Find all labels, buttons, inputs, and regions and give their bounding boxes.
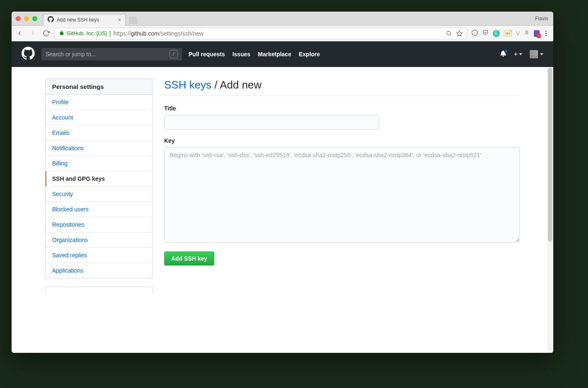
vue-extension-icon[interactable]: V — [516, 30, 520, 37]
grammarly-icon[interactable]: G — [493, 30, 500, 37]
caret-down-icon — [540, 53, 543, 55]
close-tab-button[interactable]: × — [118, 17, 121, 23]
settings-sidebar: Personal settings Profile Account Emails… — [45, 79, 153, 292]
nav-issues[interactable]: Issues — [232, 51, 251, 57]
star-icon[interactable] — [456, 30, 463, 37]
back-button[interactable] — [15, 29, 24, 38]
sidebar-item-profile[interactable]: Profile — [45, 95, 152, 110]
sidebar-item-account[interactable]: Account — [45, 110, 152, 125]
user-menu-dropdown[interactable] — [530, 50, 543, 58]
settings-menu: Personal settings Profile Account Emails… — [45, 79, 153, 278]
github-header: / Pull requests Issues Marketplace Explo… — [12, 41, 553, 67]
window-controls — [16, 16, 37, 21]
settings-menu-secondary — [45, 287, 153, 292]
sidebar-item-saved-replies[interactable]: Saved replies — [45, 248, 152, 263]
create-new-dropdown[interactable]: + — [514, 50, 522, 58]
url-separator: | — [110, 30, 111, 37]
sidebar-item-security[interactable]: Security — [45, 187, 152, 202]
info-icon[interactable] — [471, 29, 478, 38]
key-label: Key — [164, 137, 520, 144]
sidebar-item-ssh-gpg: SSH and GPG keys — [45, 171, 152, 187]
browser-window: Add new SSH keys × Flavio GitHub, Inc. [… — [12, 12, 553, 353]
tab-title: Add new SSH keys — [57, 17, 115, 23]
sidebar-item-billing[interactable]: Billing — [45, 156, 152, 171]
nav-explore[interactable]: Explore — [299, 51, 320, 57]
title-input[interactable] — [164, 115, 379, 130]
svg-point-0 — [447, 31, 450, 35]
page-title: SSH keys / Add new — [164, 79, 520, 96]
tab-strip: Add new SSH keys × Flavio — [12, 12, 553, 26]
sidebar-item-blocked[interactable]: Blocked users — [45, 202, 152, 217]
url-text: https://github.com/settings/ssh/new — [113, 30, 203, 37]
bookmark-extension-icon[interactable] — [524, 29, 530, 38]
pocket-icon[interactable] — [482, 29, 489, 38]
github-favicon-icon — [48, 16, 54, 24]
sidebar-item-notifications[interactable]: Notifications — [45, 141, 152, 156]
css-extension-icon[interactable]: css✎ — [504, 31, 512, 36]
cert-company: GitHub, Inc. [US] — [67, 30, 107, 36]
zoom-icon[interactable] — [446, 30, 452, 36]
breadcrumb-current: Add new — [220, 79, 261, 91]
reload-button[interactable] — [41, 29, 50, 38]
menu-header: Personal settings — [45, 79, 152, 95]
title-label: Title — [164, 105, 520, 112]
breadcrumb-separator: / — [211, 79, 220, 91]
nav-pull-requests[interactable]: Pull requests — [189, 51, 225, 57]
forward-button[interactable] — [28, 29, 37, 38]
browser-toolbar: GitHub, Inc. [US] | https://github.com/s… — [12, 26, 553, 41]
address-bar-actions — [446, 30, 463, 37]
primary-nav: Pull requests Issues Marketplace Explore — [189, 51, 320, 57]
add-ssh-key-button[interactable]: Add SSH key — [164, 251, 214, 266]
caret-down-icon — [519, 53, 522, 55]
nav-marketplace[interactable]: Marketplace — [258, 51, 292, 57]
maximize-window-button[interactable] — [32, 16, 37, 21]
sidebar-item-repositories[interactable]: Repositories — [45, 217, 152, 232]
notification-indicator-icon — [504, 49, 508, 53]
slash-shortcut-badge: / — [170, 50, 178, 58]
browser-profile-name[interactable]: Flavio — [535, 16, 548, 22]
header-right: + — [500, 50, 543, 58]
search-input[interactable] — [45, 51, 170, 57]
sidebar-item-organizations[interactable]: Organizations — [45, 232, 152, 248]
sidebar-item-applications[interactable]: Applications — [45, 263, 152, 278]
avatar — [530, 50, 538, 58]
purple-extension-icon[interactable] — [534, 30, 540, 37]
sidebar-item-emails[interactable]: Emails — [45, 125, 152, 141]
lock-icon — [59, 30, 64, 37]
minimize-window-button[interactable] — [24, 16, 29, 21]
close-window-button[interactable] — [16, 16, 21, 21]
browser-tab[interactable]: Add new SSH keys × — [43, 14, 126, 26]
browser-menu-button[interactable] — [544, 31, 548, 36]
address-bar[interactable]: GitHub, Inc. [US] | https://github.com/s… — [55, 28, 467, 39]
new-tab-button[interactable] — [129, 17, 137, 24]
breadcrumb-ssh-keys[interactable]: SSH keys — [164, 79, 211, 91]
github-logo[interactable] — [22, 47, 35, 62]
key-textarea[interactable] — [164, 147, 520, 242]
title-field-group: Title — [164, 105, 520, 130]
main-content: SSH keys / Add new Title Key Add SSH key — [164, 79, 520, 292]
page-content: Personal settings Profile Account Emails… — [12, 67, 553, 353]
extension-icons: G css✎ V — [471, 29, 550, 38]
notifications-button[interactable] — [500, 50, 507, 58]
github-search[interactable]: / — [41, 48, 182, 60]
plus-icon: + — [514, 50, 518, 58]
key-field-group: Key — [164, 137, 520, 244]
scrollbar-track[interactable] — [547, 67, 553, 353]
scrollbar-thumb[interactable] — [548, 68, 552, 242]
